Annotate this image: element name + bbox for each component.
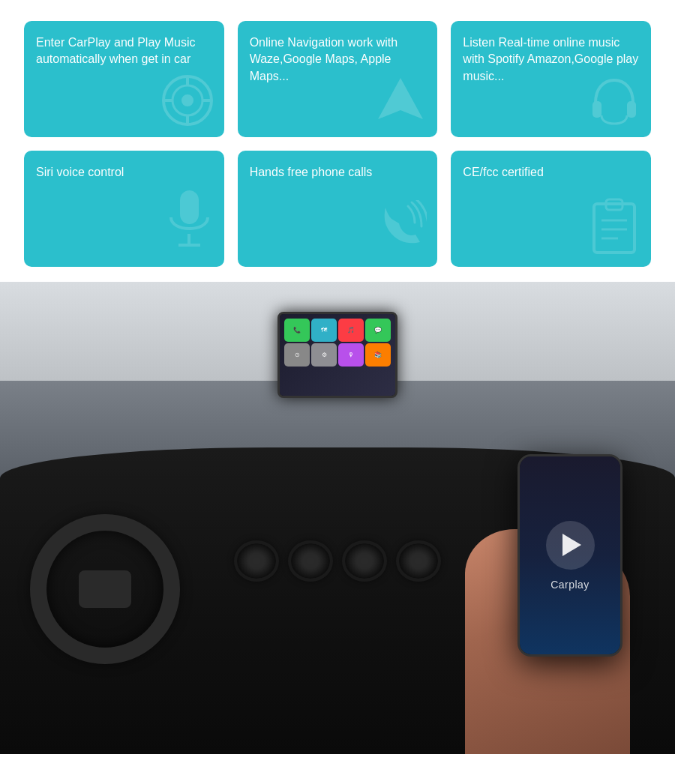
- phone-device: Carplay: [518, 454, 622, 657]
- feature-card-siri: Siri voice control: [24, 151, 224, 267]
- feature-card-carplay: Enter CarPlay and Play Music automatical…: [24, 21, 224, 137]
- feature-card-music: Listen Real-time online music with Spoti…: [451, 21, 651, 137]
- play-icon: [562, 534, 581, 556]
- card-navigation-text: Online Navigation work with Waze,Google …: [250, 34, 426, 85]
- carplay-app-label: Carplay: [550, 579, 590, 591]
- svg-point-2: [182, 94, 194, 106]
- card-phone-text: Hands free phone calls: [250, 164, 426, 181]
- app-podcast-icon: 🎙: [338, 343, 364, 367]
- vent-left: [234, 540, 279, 582]
- phone-icon: [370, 200, 427, 259]
- app-maps-icon: 🗺: [311, 319, 337, 342]
- air-vents: [234, 540, 441, 582]
- phone-in-hand: Carplay: [458, 439, 630, 754]
- app-settings-icon: ⚙: [311, 343, 337, 367]
- steering-wheel: [30, 514, 180, 664]
- svg-rect-8: [627, 101, 636, 118]
- card-music-text: Listen Real-time online music with Spoti…: [463, 34, 639, 85]
- car-interior-section: 📞 🗺 🎵 💬 ⊙ ⚙ 🎙 📚 Carplay: [0, 282, 675, 754]
- app-music-icon: 🎵: [338, 319, 364, 342]
- certificate-icon: [588, 196, 640, 259]
- feature-card-cert: CE/fcc certified: [451, 151, 651, 267]
- app-audio-icon: 📚: [365, 343, 391, 367]
- vent-center-right: [342, 540, 387, 582]
- carplay-screen: 📞 🗺 🎵 💬 ⊙ ⚙ 🎙 📚: [278, 312, 398, 398]
- card-cert-text: CE/fcc certified: [463, 164, 639, 181]
- music-icon: [161, 74, 214, 130]
- app-messages-icon: 💬: [365, 319, 391, 342]
- card-siri-text: Siri voice control: [36, 164, 212, 181]
- svg-rect-9: [180, 190, 199, 224]
- feature-card-phone: Hands free phone calls: [238, 151, 438, 267]
- mic-icon: [165, 189, 214, 259]
- card-carplay-text: Enter CarPlay and Play Music automatical…: [36, 34, 212, 68]
- vent-center-left: [288, 540, 333, 582]
- screen-apps: 📞 🗺 🎵 💬 ⊙ ⚙ 🎙 📚: [280, 314, 395, 396]
- feature-card-navigation: Online Navigation work with Waze,Google …: [238, 21, 438, 137]
- phone-screen: Carplay: [520, 456, 620, 654]
- svg-rect-7: [592, 101, 602, 118]
- features-grid: Enter CarPlay and Play Music automatical…: [0, 0, 675, 282]
- vent-right: [396, 540, 441, 582]
- app-carplay-icon: ⊙: [284, 343, 310, 367]
- carplay-logo: [546, 521, 595, 570]
- steering-wheel-hub: [79, 570, 131, 608]
- app-phone-icon: 📞: [284, 319, 310, 342]
